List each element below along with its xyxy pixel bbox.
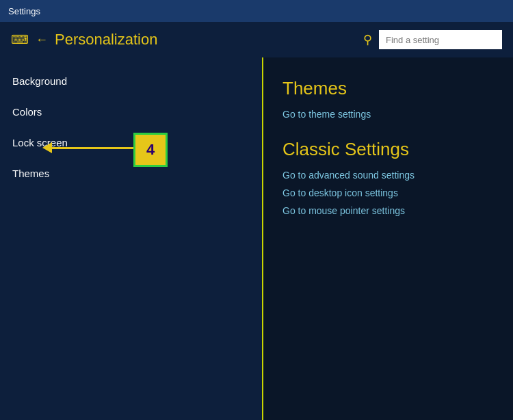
sidebar-item-background[interactable]: Background [0,66,262,96]
go-theme-settings-link[interactable]: Go to theme settings [282,109,494,120]
go-icon-settings-link[interactable]: Go to desktop icon settings [282,187,494,198]
search-input[interactable] [379,30,502,49]
themes-section: Themes Go to theme settings [282,78,494,120]
go-mouse-settings-link[interactable]: Go to mouse pointer settings [282,205,494,216]
go-sound-settings-link[interactable]: Go to advanced sound settings [282,170,494,181]
sidebar-item-colors[interactable]: Colors [0,96,262,127]
sidebar-item-lock-screen[interactable]: Lock screen [0,127,262,158]
classic-settings-heading: Classic Settings [282,139,494,160]
header-left: ⌨ ← Personalization [11,31,157,49]
badge-number: 4 [146,141,155,159]
content-area: Themes Go to theme settings Classic Sett… [263,57,513,420]
themes-heading: Themes [282,78,494,99]
pin-icon: ⚲ [363,32,372,47]
page-title: Personalization [55,31,157,49]
main-layout: Background Colors Lock screen Themes 4 T… [0,57,513,420]
annotation-badge: 4 [133,133,168,167]
header-right: ⚲ [363,30,502,49]
back-button[interactable]: ← [36,33,48,47]
personalization-icon: ⌨ [11,32,29,47]
title-bar-label: Settings [8,6,40,16]
sidebar-item-themes[interactable]: Themes [0,158,262,189]
header: ⌨ ← Personalization ⚲ [0,22,513,57]
sidebar: Background Colors Lock screen Themes 4 [0,57,263,420]
title-bar: Settings [0,0,513,22]
classic-section: Classic Settings Go to advanced sound se… [282,139,494,216]
